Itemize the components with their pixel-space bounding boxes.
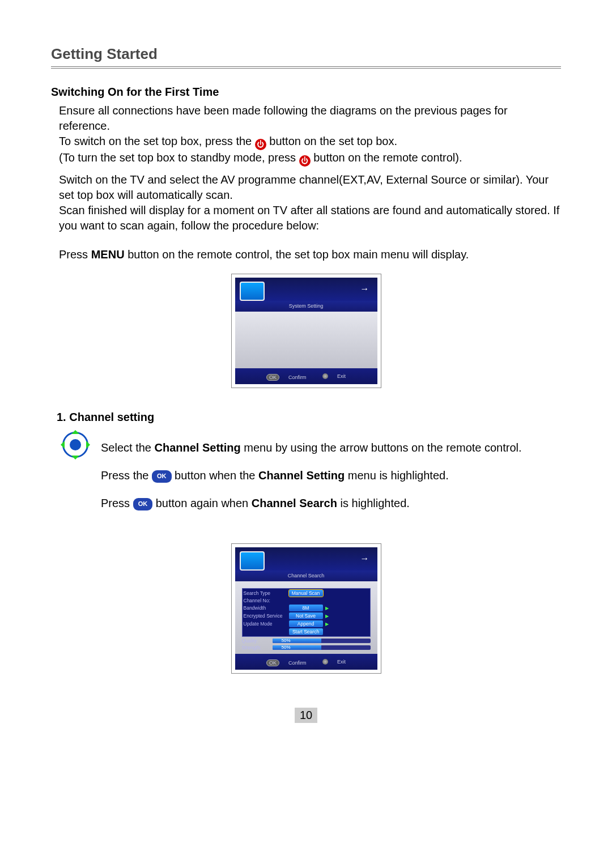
- title-rule: [51, 66, 561, 69]
- start-search-button: Start Search: [289, 628, 323, 635]
- para-press-ok-1: Press the OK button when the Channel Set…: [101, 467, 522, 484]
- tv-screenshot-system-setting: → System Setting OKConfirm Exit: [231, 274, 381, 388]
- section-heading-switching-on: Switching On for the First Time: [51, 86, 561, 99]
- ok-icon: OK: [266, 374, 279, 381]
- section-heading-channel-setting: 1. Channel setting: [57, 411, 561, 424]
- search-type-value: Manual Scan: [289, 590, 323, 597]
- tv-title: System Setting: [235, 301, 377, 312]
- encrypted-value: Not Save▶: [289, 612, 323, 619]
- para-connections: Ensure all connections have been made fo…: [59, 103, 561, 134]
- tv-title: Channel Search: [235, 571, 377, 581]
- arrow-right-icon: →: [360, 282, 373, 294]
- section2-body: Select the Channel Setting menu by using…: [101, 428, 522, 523]
- para-scan-finished: Scan finished will display for a moment …: [59, 203, 561, 233]
- exit-dot-icon: [322, 659, 328, 665]
- tv-screenshot-channel-search: → Channel Search Search Type Manual Scan…: [231, 543, 381, 674]
- dpad-icon: [59, 428, 92, 461]
- para-select-menu: Select the Channel Setting menu by using…: [101, 440, 522, 456]
- tv-footer: OKConfirm Exit: [235, 368, 377, 384]
- para-switch-on: To switch on the set top box, press the …: [59, 134, 561, 150]
- para-press-ok-2: Press OK button again when Channel Searc…: [101, 495, 522, 512]
- tv-thumbnail-icon: [240, 551, 265, 571]
- para-standby: (To turn the set top box to standby mode…: [59, 150, 561, 167]
- bandwidth-value: 8M▶: [289, 605, 323, 611]
- page-number: 10: [295, 708, 317, 723]
- power-icon: ⏻: [299, 155, 311, 167]
- strength-meter: Strength: 50%: [242, 645, 371, 650]
- update-mode-value: Append▶: [289, 620, 323, 627]
- para-press-menu: Press MENU button on the remote control,…: [59, 247, 561, 262]
- ok-button-icon: OK: [152, 470, 172, 483]
- page-title: Getting Started: [51, 45, 561, 63]
- ok-button-icon: OK: [133, 498, 153, 510]
- arrow-right-icon: →: [360, 551, 373, 564]
- para-avchannel: Switch on the TV and select the AV progr…: [59, 172, 561, 203]
- tv-footer: OKConfirm Exit: [235, 654, 377, 670]
- power-icon: ⏻: [255, 139, 266, 150]
- section1-body: Ensure all connections have been made fo…: [59, 103, 561, 262]
- channel-search-panel: Search Type Manual Scan Channel No: Band…: [242, 588, 371, 637]
- tv-thumbnail-icon: [240, 282, 265, 301]
- exit-dot-icon: [322, 373, 328, 379]
- quality-meter: Quality: 50%: [242, 638, 371, 644]
- ok-icon: OK: [266, 659, 279, 666]
